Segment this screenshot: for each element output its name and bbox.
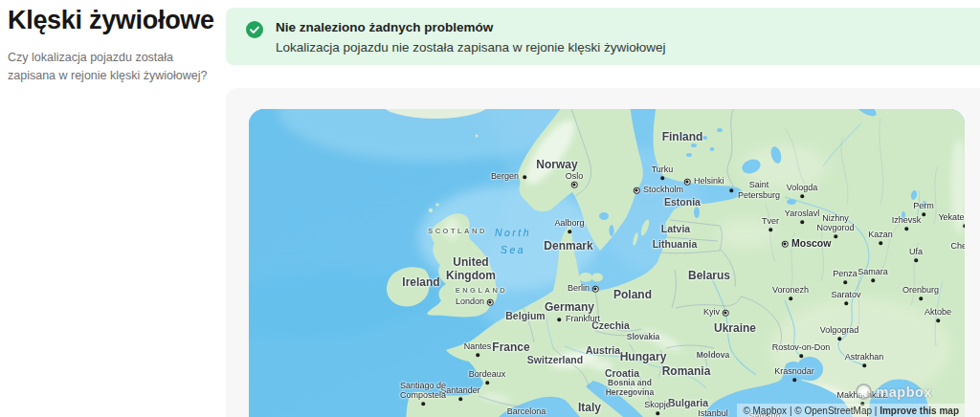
mapbox-logo[interactable]: mapbox [856,384,932,400]
map-card: NorwayFinlandDenmarkUnited KingdomIrelan… [226,88,980,417]
mapbox-logo-text: mapbox [876,384,932,400]
attribution-separator: | [872,406,880,416]
mapbox-logo-icon [856,384,872,400]
success-banner: Nie znaleziono żadnych problemów Lokaliz… [226,8,980,65]
page-header: Klęski żywiołowe Czy lokalizacja pojazdu… [8,6,216,85]
banner-description: Lokalizacja pojazdu nie została zapisana… [276,40,665,55]
banner-texts: Nie znaleziono żadnych problemów Lokaliz… [276,20,665,55]
attribution-link[interactable]: © OpenStreetMap [794,406,872,416]
map-attribution: © Mapbox | © OpenStreetMap | Improve thi… [737,404,965,417]
attribution-link[interactable]: Improve this map [880,406,959,416]
attribution-link[interactable]: © Mapbox [743,406,787,416]
page-title: Klęski żywiołowe [8,6,216,35]
europe-map[interactable]: NorwayFinlandDenmarkUnited KingdomIrelan… [249,109,965,417]
check-circle-icon [246,21,263,38]
banner-title: Nie znaleziono żadnych problemów [276,20,665,34]
map-canvas [249,109,965,417]
page-subtitle: Czy lokalizacja pojazdu została zapisana… [8,49,216,85]
